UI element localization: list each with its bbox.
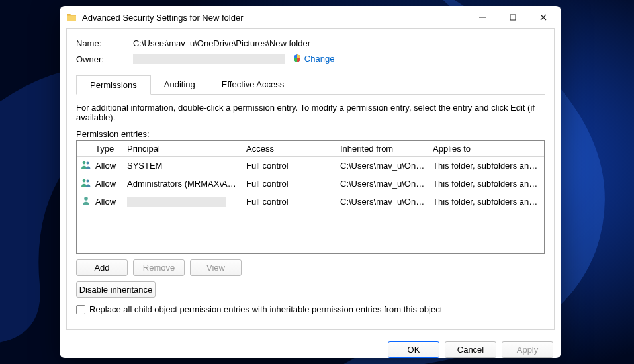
titlebar: Advanced Security Settings for New folde… (60, 6, 561, 28)
cell-type: Allow (91, 194, 123, 209)
tab-auditing[interactable]: Auditing (151, 75, 208, 95)
table-row[interactable]: AllowAdministrators (MRMAX\Ad...Full con… (77, 175, 544, 193)
name-label: Name: (76, 38, 133, 48)
cell-access: Full control (242, 194, 336, 209)
replace-child-entries-checkbox[interactable] (76, 305, 85, 314)
ok-button[interactable]: OK (388, 341, 439, 358)
permission-entries-label: Permission entries: (76, 129, 545, 139)
owner-label: Owner: (76, 54, 133, 64)
svg-point-6 (84, 197, 88, 201)
folder-icon (66, 12, 77, 23)
window-title: Advanced Security Settings for New folde… (82, 13, 244, 23)
advanced-security-dialog: Advanced Security Settings for New folde… (60, 6, 561, 358)
tab-permissions[interactable]: Permissions (76, 75, 151, 95)
grid-header: Type Principal Access Inherited from App… (77, 141, 544, 157)
cell-principal: SYSTEM (123, 158, 242, 173)
col-type[interactable]: Type (91, 141, 123, 156)
apply-button[interactable]: Apply (502, 341, 553, 358)
permission-entries-grid[interactable]: Type Principal Access Inherited from App… (76, 140, 545, 254)
cell-access: Full control (242, 176, 336, 191)
svg-point-2 (83, 161, 86, 165)
close-button[interactable] (528, 7, 559, 27)
cell-applies: This folder, subfolders and files (429, 158, 544, 173)
cell-applies: This folder, subfolders and files (429, 194, 544, 209)
view-button[interactable]: View (190, 259, 242, 276)
cell-inherited: C:\Users\mav_u\OneD... (336, 158, 429, 173)
owner-value-redacted (133, 54, 285, 64)
table-row[interactable]: AllowFull controlC:\Users\mav_u\OneD...T… (77, 193, 544, 210)
tab-bar: Permissions Auditing Effective Access (76, 75, 545, 95)
col-access[interactable]: Access (242, 141, 336, 156)
remove-button[interactable]: Remove (133, 259, 185, 276)
cell-principal (123, 194, 242, 210)
cell-type: Allow (91, 176, 123, 191)
col-applies[interactable]: Applies to (429, 141, 544, 156)
cancel-button[interactable]: Cancel (445, 341, 496, 358)
cell-applies: This folder, subfolders and files (429, 176, 544, 191)
people-icon (81, 177, 91, 188)
minimize-button[interactable] (467, 7, 498, 27)
col-principal[interactable]: Principal (123, 141, 242, 156)
replace-child-entries-label: Replace all child object permission entr… (89, 304, 442, 314)
cell-inherited: C:\Users\mav_u\OneD... (336, 194, 429, 209)
col-inherited[interactable]: Inherited from (336, 141, 429, 156)
cell-access: Full control (242, 158, 336, 173)
dialog-content: Name: C:\Users\mav_u\OneDrive\Pictures\N… (66, 28, 555, 330)
maximize-button[interactable] (498, 7, 528, 27)
cell-principal: Administrators (MRMAX\Ad... (123, 176, 242, 191)
table-row[interactable]: AllowSYSTEMFull controlC:\Users\mav_u\On… (77, 157, 544, 175)
info-text: For additional information, double-click… (76, 103, 545, 122)
change-owner-link[interactable]: Change (304, 54, 335, 64)
disable-inheritance-button[interactable]: Disable inheritance (76, 281, 156, 298)
shield-icon (293, 54, 302, 63)
cell-type: Allow (91, 158, 123, 173)
cell-inherited: C:\Users\mav_u\OneD... (336, 176, 429, 191)
person-icon (81, 195, 91, 206)
people-icon (81, 159, 91, 170)
svg-point-3 (86, 161, 89, 164)
svg-point-4 (83, 179, 86, 183)
add-button[interactable]: Add (76, 259, 128, 276)
tab-effective-access[interactable]: Effective Access (208, 75, 297, 95)
svg-rect-1 (510, 15, 516, 20)
svg-point-5 (86, 179, 89, 182)
dialog-button-row: OK Cancel Apply (60, 336, 561, 358)
name-value: C:\Users\mav_u\OneDrive\Pictures\New fol… (133, 38, 545, 48)
